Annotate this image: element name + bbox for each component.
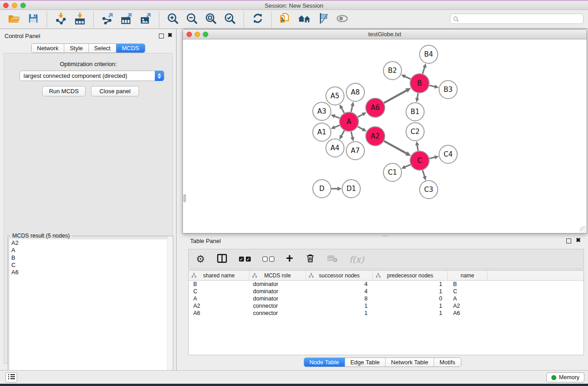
table-cell: A (448, 295, 488, 302)
close-panel-icon[interactable]: ✖ (167, 32, 172, 38)
network-resize-grip[interactable] (580, 226, 586, 233)
graph-edge-A2-C[interactable] (384, 141, 407, 154)
export-image-button[interactable] (137, 11, 153, 28)
graph-edge-B-B3[interactable] (429, 86, 435, 87)
graph-edge-C-C2[interactable] (417, 145, 418, 151)
network-window-titlebar[interactable]: testGlobe.txt (183, 29, 587, 39)
search-input[interactable] (450, 14, 583, 24)
delete-table-button[interactable] (327, 254, 338, 265)
deselect-all-button[interactable] (263, 257, 274, 262)
table-cell: 0 (373, 295, 448, 302)
graph-node-label: B3 (444, 86, 453, 94)
graph-edge-A-A7[interactable] (351, 131, 353, 138)
duplicate-network-button[interactable] (277, 11, 293, 28)
network-graph: AA1A2A3A4A5A6A7A8BB1B2B3B4CC1C2C3C4DD1 (183, 39, 587, 233)
graph-edge-C-C1[interactable] (405, 165, 411, 167)
network-hscroll-thumb[interactable] (382, 234, 388, 237)
table-row[interactable]: Cdominator41C (189, 288, 583, 295)
hide-selected-button[interactable] (315, 11, 331, 28)
graph-edge-A-A4[interactable] (341, 130, 344, 136)
zoom-in-button[interactable] (165, 11, 181, 28)
network-vscroll-thumb[interactable] (183, 194, 186, 202)
status-bar: Memory (0, 370, 588, 384)
table-toolbar: ⚙ ✓✓ + f(x) (188, 249, 584, 269)
graph-edge-A-A6[interactable] (358, 114, 363, 117)
graph-edge-C-C4[interactable] (429, 157, 435, 158)
memory-label: Memory (559, 374, 579, 381)
tab-network[interactable]: Network (31, 44, 64, 52)
graph-edge-C-C3[interactable] (423, 170, 425, 177)
delete-column-button[interactable] (305, 253, 316, 265)
column-header-name[interactable]: name (448, 271, 488, 280)
graph-node-label: B4 (424, 50, 433, 58)
graph-edge-A-A1[interactable] (335, 125, 340, 128)
gear-icon: ⚙ (196, 254, 205, 264)
run-mcds-button[interactable]: Run MCDS (42, 86, 86, 96)
function-builder-button[interactable]: f(x) (349, 254, 364, 264)
mcds-result-box: MCDS result (5 nodes) A2ABCA6 (8, 236, 173, 386)
zoom-out-button[interactable] (184, 11, 200, 28)
result-item[interactable]: C (10, 262, 172, 269)
graph-edge-A-A5[interactable] (341, 108, 344, 113)
zoom-fit-button[interactable] (203, 11, 219, 28)
table-cell: A6 (189, 310, 249, 316)
select-all-button[interactable]: ✓✓ (239, 257, 251, 262)
table-row[interactable]: Bdominator41B (189, 281, 583, 288)
graph-edge-A6-B[interactable] (384, 90, 407, 103)
mcds-result-list[interactable]: A2ABCA6 (10, 239, 172, 386)
tab-edge-table[interactable]: Edge Table (345, 358, 386, 367)
table-row[interactable]: Adominator80A (189, 295, 583, 302)
column-header-shared-name[interactable]: shared name (189, 271, 249, 280)
tab-select[interactable]: Select (89, 44, 116, 52)
result-item[interactable]: A6 (10, 269, 172, 276)
tab-mcds[interactable]: MCDS (116, 44, 144, 52)
export-table-button[interactable] (118, 11, 134, 28)
result-item[interactable]: A (10, 247, 172, 254)
show-hidden-button[interactable] (334, 11, 350, 28)
tab-node-table[interactable]: Node Table (304, 358, 345, 367)
import-network-button[interactable] (53, 11, 69, 28)
graph-edge-B-B4[interactable] (423, 67, 425, 74)
table-row[interactable]: A2connector11A2 (189, 302, 583, 310)
optimization-criterion-select[interactable]: largest connected component (directed) (19, 71, 164, 81)
graph-edge-B-B2[interactable] (405, 76, 411, 79)
tab-style[interactable]: Style (64, 44, 89, 52)
tab-network-table[interactable]: Network Table (386, 358, 434, 367)
close-panel-button[interactable]: Close panel (91, 86, 139, 96)
result-item[interactable]: A2 (10, 239, 172, 247)
graph-edge-A-A3[interactable] (335, 116, 340, 119)
table-settings-button[interactable]: ⚙ (196, 254, 205, 264)
memory-button[interactable]: Memory (546, 372, 584, 382)
select-value: largest connected component (directed) (24, 72, 127, 79)
column-header-predecessor-nodes[interactable]: predecessor nodes (373, 271, 448, 280)
save-session-button[interactable] (25, 11, 41, 28)
table-row[interactable]: A6connector11A6 (189, 310, 583, 317)
refresh-button[interactable] (249, 11, 266, 28)
result-item[interactable]: B (10, 254, 172, 262)
add-column-button[interactable]: + (286, 254, 293, 265)
float-panel-icon[interactable] (159, 33, 164, 38)
export-network-button[interactable] (99, 11, 115, 28)
graph-node-label: A6 (371, 104, 380, 112)
network-canvas[interactable]: AA1A2A3A4A5A6A7A8BB1B2B3B4CC1C2C3C4DD1 (183, 39, 587, 233)
graph-edge-B-B1[interactable] (417, 93, 418, 99)
split-view-button[interactable] (217, 253, 227, 265)
close-table-panel-icon[interactable]: ✖ (576, 237, 581, 243)
column-label: name (460, 272, 474, 279)
table-cell: dominator (249, 288, 306, 295)
table-cell: 1 (373, 303, 448, 309)
zoom-selected-button[interactable] (222, 11, 238, 28)
column-header-successor-nodes[interactable]: successor nodes (306, 271, 373, 280)
column-header-MCDS-role[interactable]: MCDS role (249, 271, 306, 280)
graph-edge-A-A2[interactable] (358, 127, 363, 130)
home-button[interactable] (296, 11, 312, 28)
graph-edge-A-A8[interactable] (351, 105, 353, 112)
task-history-button[interactable] (5, 372, 17, 382)
zoom-in-icon (167, 12, 179, 27)
table-cell: connector (249, 310, 306, 316)
result-scrollbar[interactable] (167, 236, 173, 386)
float-table-panel-icon[interactable] (566, 238, 571, 243)
tab-motifs[interactable]: Motifs (434, 358, 461, 367)
import-table-button[interactable] (72, 11, 88, 28)
open-session-button[interactable] (6, 11, 22, 28)
